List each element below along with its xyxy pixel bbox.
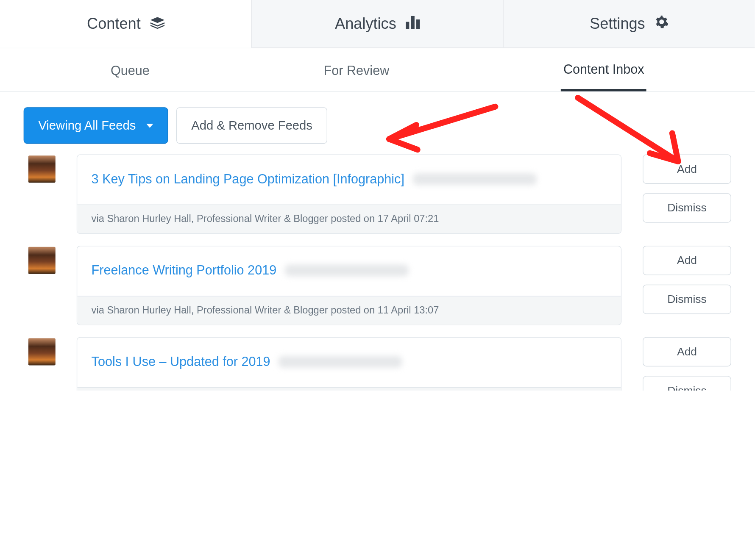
- bars-icon: [406, 14, 420, 33]
- feed-card[interactable]: 3 Key Tips on Landing Page Optimization …: [77, 154, 621, 234]
- feed-row: Tools I Use – Updated for 2019 via Sharo…: [28, 337, 731, 391]
- feed-title[interactable]: 3 Key Tips on Landing Page Optimization …: [92, 172, 404, 187]
- subtab-queue[interactable]: Queue: [108, 50, 152, 90]
- subtab-for-review[interactable]: For Review: [321, 50, 392, 90]
- add-remove-feeds-label: Add & Remove Feeds: [191, 119, 312, 133]
- subtab-label: Content Inbox: [563, 61, 644, 76]
- feed-title-line: Freelance Writing Portfolio 2019: [77, 246, 621, 296]
- dismiss-button[interactable]: Dismiss: [643, 193, 731, 223]
- layers-icon: [150, 14, 164, 33]
- tab-content[interactable]: Content: [0, 0, 251, 48]
- caret-down-icon: [146, 123, 153, 128]
- blurred-url: [412, 173, 536, 185]
- feed-card[interactable]: Tools I Use – Updated for 2019 via Sharo…: [77, 337, 621, 391]
- tab-settings-label: Settings: [590, 14, 645, 33]
- svg-rect-2: [416, 19, 420, 28]
- avatar: [28, 338, 56, 365]
- tab-settings[interactable]: Settings: [503, 0, 755, 48]
- feed-row: Freelance Writing Portfolio 2019 via Sha…: [28, 246, 731, 325]
- feed-actions: Add Dismiss: [643, 337, 731, 391]
- feed-actions: Add Dismiss: [643, 246, 731, 314]
- add-remove-feeds-button[interactable]: Add & Remove Feeds: [176, 107, 327, 144]
- feed-row: 3 Key Tips on Landing Page Optimization …: [28, 154, 731, 234]
- subtab-content-inbox[interactable]: Content Inbox: [561, 49, 646, 91]
- feed-meta: via Sharon Hurley Hall, Professional Wri…: [77, 296, 621, 324]
- tab-analytics-label: Analytics: [335, 14, 396, 33]
- dismiss-button[interactable]: Dismiss: [643, 285, 731, 314]
- gear-icon: [655, 14, 669, 33]
- feed-title[interactable]: Freelance Writing Portfolio 2019: [92, 263, 277, 278]
- viewing-feeds-label: Viewing All Feeds: [38, 119, 136, 133]
- tab-analytics[interactable]: Analytics: [251, 0, 503, 48]
- add-button[interactable]: Add: [643, 337, 731, 367]
- sub-nav: Queue For Review Content Inbox: [0, 48, 755, 92]
- top-nav: Content Analytics Settings: [0, 0, 755, 48]
- feed-list: 3 Key Tips on Landing Page Optimization …: [0, 154, 755, 391]
- toolbar: Viewing All Feeds Add & Remove Feeds: [0, 92, 755, 154]
- blurred-url: [279, 356, 402, 368]
- feed-title[interactable]: Tools I Use – Updated for 2019: [92, 354, 270, 369]
- feed-card[interactable]: Freelance Writing Portfolio 2019 via Sha…: [77, 246, 621, 325]
- feed-actions: Add Dismiss: [643, 154, 731, 222]
- blurred-url: [285, 265, 409, 277]
- svg-rect-1: [411, 16, 415, 29]
- tab-content-label: Content: [87, 14, 141, 33]
- avatar: [28, 247, 56, 274]
- feed-title-line: Tools I Use – Updated for 2019: [77, 338, 621, 387]
- add-button[interactable]: Add: [643, 154, 731, 184]
- add-button[interactable]: Add: [643, 246, 731, 275]
- subtab-label: For Review: [324, 63, 390, 78]
- feed-meta: via Sharon Hurley Hall, Professional Wri…: [77, 205, 621, 233]
- viewing-feeds-dropdown[interactable]: Viewing All Feeds: [24, 107, 168, 144]
- feed-meta: via Sharon Hurley Hall, Professional Wri…: [77, 387, 621, 391]
- subtab-label: Queue: [111, 63, 150, 78]
- dismiss-button[interactable]: Dismiss: [643, 376, 731, 391]
- avatar: [28, 155, 56, 183]
- svg-rect-0: [406, 22, 409, 29]
- feed-title-line: 3 Key Tips on Landing Page Optimization …: [77, 155, 621, 205]
